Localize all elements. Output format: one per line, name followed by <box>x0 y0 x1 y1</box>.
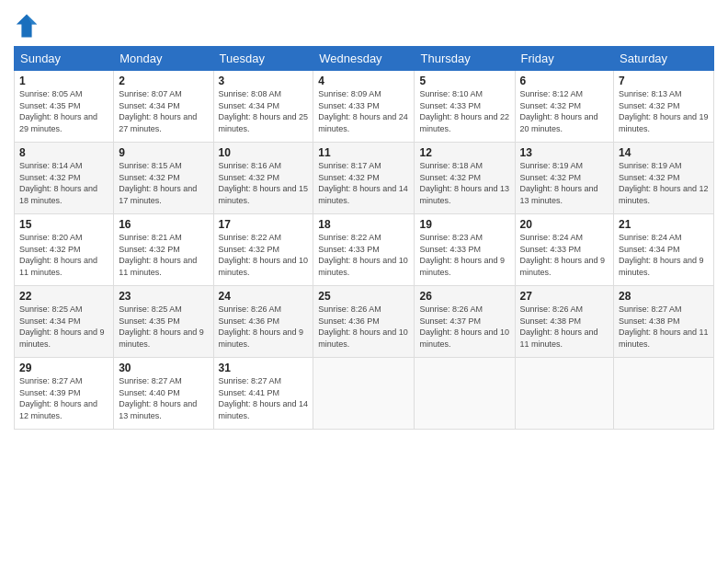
day-detail: Sunrise: 8:24 AMSunset: 4:33 PMDaylight:… <box>520 233 606 277</box>
day-detail: Sunrise: 8:22 AMSunset: 4:33 PMDaylight:… <box>318 233 408 277</box>
calendar-cell <box>614 358 714 430</box>
day-number: 16 <box>119 218 208 231</box>
calendar-cell: 20Sunrise: 8:24 AMSunset: 4:33 PMDayligh… <box>515 214 614 286</box>
day-detail: Sunrise: 8:16 AMSunset: 4:32 PMDaylight:… <box>219 161 309 205</box>
day-number: 18 <box>318 218 409 231</box>
day-detail: Sunrise: 8:26 AMSunset: 4:37 PMDaylight:… <box>419 304 509 349</box>
day-detail: Sunrise: 8:19 AMSunset: 4:32 PMDaylight:… <box>520 161 598 205</box>
day-number: 21 <box>619 218 709 231</box>
calendar-cell: 24Sunrise: 8:26 AMSunset: 4:36 PMDayligh… <box>213 286 313 358</box>
day-number: 2 <box>119 75 208 87</box>
day-detail: Sunrise: 8:25 AMSunset: 4:35 PMDaylight:… <box>119 304 204 349</box>
calendar-cell: 26Sunrise: 8:26 AMSunset: 4:37 PMDayligh… <box>415 286 515 358</box>
day-number: 10 <box>219 146 309 159</box>
day-detail: Sunrise: 8:20 AMSunset: 4:32 PMDaylight:… <box>19 233 97 277</box>
day-number: 30 <box>119 362 208 374</box>
day-detail: Sunrise: 8:18 AMSunset: 4:32 PMDaylight:… <box>419 161 509 205</box>
calendar-cell: 19Sunrise: 8:23 AMSunset: 4:33 PMDayligh… <box>415 214 515 286</box>
calendar-cell: 27Sunrise: 8:26 AMSunset: 4:38 PMDayligh… <box>515 286 614 358</box>
day-header-tuesday: Tuesday <box>213 47 313 71</box>
calendar-table: SundayMondayTuesdayWednesdayThursdayFrid… <box>14 46 714 430</box>
calendar-cell: 21Sunrise: 8:24 AMSunset: 4:34 PMDayligh… <box>614 214 714 286</box>
calendar-cell: 30Sunrise: 8:27 AMSunset: 4:40 PMDayligh… <box>114 358 213 430</box>
day-header-friday: Friday <box>515 47 614 71</box>
calendar-cell: 14Sunrise: 8:19 AMSunset: 4:32 PMDayligh… <box>614 143 714 214</box>
calendar-cell: 25Sunrise: 8:26 AMSunset: 4:36 PMDayligh… <box>313 286 415 358</box>
calendar-week-2: 8Sunrise: 8:14 AMSunset: 4:32 PMDaylight… <box>15 143 714 214</box>
calendar-cell: 31Sunrise: 8:27 AMSunset: 4:41 PMDayligh… <box>213 358 313 430</box>
day-number: 6 <box>520 75 609 87</box>
day-header-saturday: Saturday <box>614 47 714 71</box>
calendar-week-3: 15Sunrise: 8:20 AMSunset: 4:32 PMDayligh… <box>15 214 714 286</box>
calendar-cell: 16Sunrise: 8:21 AMSunset: 4:32 PMDayligh… <box>114 214 213 286</box>
calendar-cell: 9Sunrise: 8:15 AMSunset: 4:32 PMDaylight… <box>114 143 213 214</box>
calendar-week-5: 29Sunrise: 8:27 AMSunset: 4:39 PMDayligh… <box>15 358 714 430</box>
header <box>14 9 714 39</box>
day-number: 12 <box>419 146 509 159</box>
calendar-week-1: 1Sunrise: 8:05 AMSunset: 4:35 PMDaylight… <box>15 71 714 143</box>
day-number: 9 <box>119 146 208 159</box>
day-number: 19 <box>419 218 509 231</box>
day-detail: Sunrise: 8:08 AMSunset: 4:34 PMDaylight:… <box>219 89 309 133</box>
day-number: 22 <box>19 290 108 303</box>
day-number: 15 <box>19 218 108 231</box>
calendar-cell: 18Sunrise: 8:22 AMSunset: 4:33 PMDayligh… <box>313 214 415 286</box>
calendar-header-row: SundayMondayTuesdayWednesdayThursdayFrid… <box>15 47 714 71</box>
day-detail: Sunrise: 8:13 AMSunset: 4:32 PMDaylight:… <box>619 89 709 133</box>
calendar-cell <box>415 358 515 430</box>
day-number: 8 <box>19 146 108 159</box>
day-number: 4 <box>318 75 409 87</box>
day-number: 14 <box>619 146 709 159</box>
calendar-cell: 2Sunrise: 8:07 AMSunset: 4:34 PMDaylight… <box>114 71 213 143</box>
day-number: 1 <box>19 75 108 87</box>
day-detail: Sunrise: 8:27 AMSunset: 4:38 PMDaylight:… <box>619 304 709 349</box>
day-detail: Sunrise: 8:25 AMSunset: 4:34 PMDaylight:… <box>19 304 105 349</box>
calendar-cell: 3Sunrise: 8:08 AMSunset: 4:34 PMDaylight… <box>213 71 313 143</box>
day-detail: Sunrise: 8:10 AMSunset: 4:33 PMDaylight:… <box>419 89 509 133</box>
calendar-cell: 29Sunrise: 8:27 AMSunset: 4:39 PMDayligh… <box>15 358 114 430</box>
day-detail: Sunrise: 8:07 AMSunset: 4:34 PMDaylight:… <box>119 89 197 133</box>
day-header-sunday: Sunday <box>15 47 114 71</box>
day-number: 25 <box>318 290 409 303</box>
day-number: 17 <box>219 218 309 231</box>
day-number: 29 <box>19 362 108 374</box>
calendar-cell: 28Sunrise: 8:27 AMSunset: 4:38 PMDayligh… <box>614 286 714 358</box>
calendar-cell: 12Sunrise: 8:18 AMSunset: 4:32 PMDayligh… <box>415 143 515 214</box>
day-detail: Sunrise: 8:21 AMSunset: 4:32 PMDaylight:… <box>119 233 197 277</box>
day-header-wednesday: Wednesday <box>313 47 415 71</box>
calendar-cell: 5Sunrise: 8:10 AMSunset: 4:33 PMDaylight… <box>415 71 515 143</box>
calendar-cell: 1Sunrise: 8:05 AMSunset: 4:35 PMDaylight… <box>15 71 114 143</box>
day-header-monday: Monday <box>114 47 213 71</box>
day-detail: Sunrise: 8:26 AMSunset: 4:38 PMDaylight:… <box>520 304 598 349</box>
day-detail: Sunrise: 8:26 AMSunset: 4:36 PMDaylight:… <box>318 304 408 349</box>
day-number: 27 <box>520 290 609 303</box>
calendar-cell: 10Sunrise: 8:16 AMSunset: 4:32 PMDayligh… <box>213 143 313 214</box>
day-number: 13 <box>520 146 609 159</box>
day-number: 31 <box>219 362 309 374</box>
day-detail: Sunrise: 8:22 AMSunset: 4:32 PMDaylight:… <box>219 233 309 277</box>
day-number: 28 <box>619 290 709 303</box>
day-detail: Sunrise: 8:05 AMSunset: 4:35 PMDaylight:… <box>19 89 97 133</box>
calendar-cell: 22Sunrise: 8:25 AMSunset: 4:34 PMDayligh… <box>15 286 114 358</box>
day-detail: Sunrise: 8:27 AMSunset: 4:40 PMDaylight:… <box>119 376 197 420</box>
calendar-cell: 15Sunrise: 8:20 AMSunset: 4:32 PMDayligh… <box>15 214 114 286</box>
day-detail: Sunrise: 8:14 AMSunset: 4:32 PMDaylight:… <box>19 161 97 205</box>
day-number: 5 <box>419 75 509 87</box>
calendar-week-4: 22Sunrise: 8:25 AMSunset: 4:34 PMDayligh… <box>15 286 714 358</box>
calendar-cell: 4Sunrise: 8:09 AMSunset: 4:33 PMDaylight… <box>313 71 415 143</box>
day-detail: Sunrise: 8:19 AMSunset: 4:32 PMDaylight:… <box>619 161 709 205</box>
day-detail: Sunrise: 8:26 AMSunset: 4:36 PMDaylight:… <box>219 304 304 349</box>
day-detail: Sunrise: 8:27 AMSunset: 4:41 PMDaylight:… <box>219 376 309 420</box>
svg-marker-0 <box>17 14 37 37</box>
calendar-cell: 6Sunrise: 8:12 AMSunset: 4:32 PMDaylight… <box>515 71 614 143</box>
day-detail: Sunrise: 8:17 AMSunset: 4:32 PMDaylight:… <box>318 161 408 205</box>
day-number: 20 <box>520 218 609 231</box>
day-detail: Sunrise: 8:09 AMSunset: 4:33 PMDaylight:… <box>318 89 408 133</box>
calendar-cell: 13Sunrise: 8:19 AMSunset: 4:32 PMDayligh… <box>515 143 614 214</box>
day-number: 7 <box>619 75 709 87</box>
calendar-cell: 7Sunrise: 8:13 AMSunset: 4:32 PMDaylight… <box>614 71 714 143</box>
calendar-cell <box>313 358 415 430</box>
logo <box>14 13 42 39</box>
calendar-cell: 11Sunrise: 8:17 AMSunset: 4:32 PMDayligh… <box>313 143 415 214</box>
day-number: 24 <box>219 290 309 303</box>
